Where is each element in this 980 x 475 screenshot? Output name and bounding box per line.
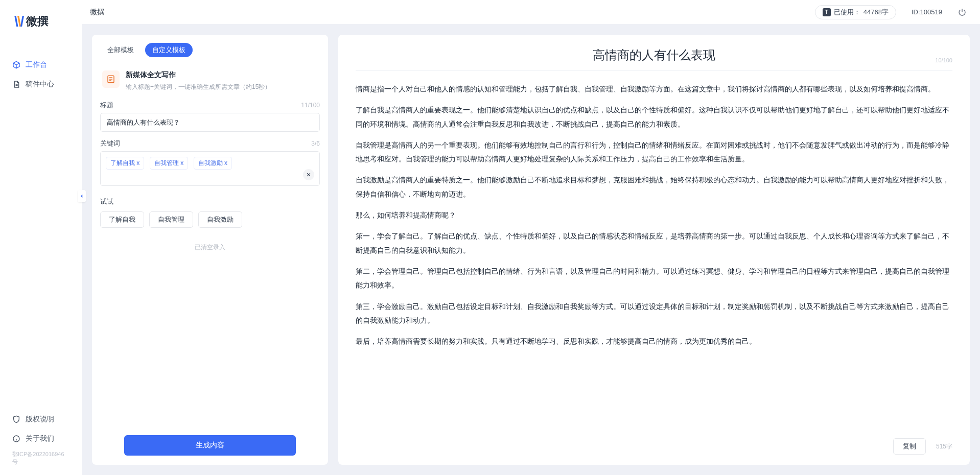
sidebar-item-copyright[interactable]: 版权说明 — [0, 410, 82, 429]
doc-paragraph: 那么，如何培养和提高情商呢？ — [356, 208, 952, 222]
sidebar-item-drafts[interactable]: 稿件中心 — [0, 75, 82, 94]
shield-icon — [12, 415, 20, 423]
suggest-button[interactable]: 自我激励 — [198, 211, 242, 228]
logo-mark-icon: \\/ — [14, 13, 23, 30]
keyword-field: 关键词 3/6 了解自我 x 自我管理 x 自我激励 x — [100, 139, 320, 186]
template-icon — [102, 70, 120, 88]
app-root: \\/ 微撰 工作台 稿件中心 版权说明 关于我们 鄂ICP备202201694… — [0, 0, 980, 475]
doc-paragraph: 自我管理是高情商人的另一个重要表现。他们能够有效地控制自己的言行和行为，控制自己… — [356, 138, 952, 167]
keyword-chip[interactable]: 自我管理 x — [150, 157, 188, 170]
panel-right: 高情商的人有什么表现 10/100 情商是指一个人对自己和他人的情感的认知和管理… — [338, 35, 970, 465]
cube-icon — [12, 61, 20, 69]
sidebar-item-label: 工作台 — [26, 60, 47, 69]
doc-title-count: 10/100 — [935, 57, 952, 63]
logo: \\/ 微撰 — [0, 13, 82, 55]
topbar: 微撰 T 已使用： 44768字 ID:100519 — [82, 0, 980, 25]
usage-pill[interactable]: T 已使用： 44768字 — [815, 5, 896, 19]
usage-prefix: 已使用： — [834, 8, 860, 17]
suggest-button[interactable]: 自我管理 — [149, 211, 193, 228]
sidebar-collapse-handle[interactable] — [78, 190, 86, 202]
doc-title: 高情商的人有什么表现 — [593, 47, 715, 63]
copy-button[interactable]: 复制 — [893, 438, 926, 455]
chevron-left-icon — [79, 194, 84, 199]
power-icon[interactable] — [958, 8, 967, 17]
clear-keywords-button[interactable] — [303, 169, 314, 180]
sidebar-item-about[interactable]: 关于我们 — [0, 429, 82, 448]
doc-paragraph: 最后，培养高情商需要长期的努力和实践。只有通过不断地学习、反思和实践，才能够提高… — [356, 335, 952, 348]
title-field: 标题 11/100 — [100, 101, 320, 132]
logo-text: 微撰 — [26, 14, 49, 29]
text-count-icon: T — [823, 8, 831, 16]
title-input[interactable] — [100, 113, 320, 132]
template-meta: 新媒体全文写作 输入标题+关键词，一键准确生成所需文章（约15秒） — [126, 70, 271, 91]
keyword-chip[interactable]: 了解自我 x — [106, 157, 144, 170]
doc-paragraph: 第三，学会激励自己。激励自己包括设定目标和计划、自我激励和自我奖励等方式。可以通… — [356, 300, 952, 328]
doc-paragraph: 自我激励是高情商人的重要特质之一。他们能够激励自己不断地追求目标和梦想，克服困难… — [356, 173, 952, 201]
topbar-right: T 已使用： 44768字 ID:100519 — [815, 5, 967, 19]
sidebar-item-label: 版权说明 — [26, 415, 54, 424]
tab-all-templates[interactable]: 全部模板 — [100, 43, 141, 57]
doc-icon — [12, 80, 20, 88]
info-icon — [12, 435, 20, 443]
keyword-label: 关键词 — [100, 139, 120, 148]
main: 微撰 T 已使用： 44768字 ID:100519 全部模板 自定义模板 — [82, 0, 980, 475]
sidebar-item-workbench[interactable]: 工作台 — [0, 55, 82, 75]
doc-footer: 复制 515字 — [356, 432, 952, 455]
keyword-count: 3/6 — [311, 140, 320, 147]
icp-text: 鄂ICP备2022016946号 — [0, 448, 82, 470]
close-icon — [306, 172, 311, 177]
account-id: ID:100519 — [912, 8, 942, 16]
doc-char-count: 515字 — [936, 442, 952, 451]
article-icon — [106, 75, 115, 84]
template-title: 新媒体全文写作 — [126, 70, 271, 80]
usage-value: 44768字 — [864, 8, 889, 17]
template-sub: 输入标题+关键词，一键准确生成所需文章（约15秒） — [126, 83, 271, 91]
doc-paragraph: 情商是指一个人对自己和他人的情感的认知和管理能力，包括了解自我、自我管理、自我激… — [356, 82, 952, 96]
clear-log-link[interactable]: 已清空录入 — [100, 243, 320, 252]
doc-title-row: 高情商的人有什么表现 10/100 — [356, 47, 952, 71]
tab-custom-template[interactable]: 自定义模板 — [145, 43, 193, 57]
sidebar: \\/ 微撰 工作台 稿件中心 版权说明 关于我们 鄂ICP备202201694… — [0, 0, 82, 475]
title-char-count: 11/100 — [301, 102, 320, 109]
generate-button[interactable]: 生成内容 — [124, 435, 295, 456]
doc-paragraph: 第二，学会管理自己。管理自己包括控制自己的情绪、行为和言语，以及管理自己的时间和… — [356, 265, 952, 293]
keyword-chip[interactable]: 自我激励 x — [194, 157, 232, 170]
template-card: 新媒体全文写作 输入标题+关键词，一键准确生成所需文章（约15秒） — [100, 68, 320, 101]
sidebar-item-label: 关于我们 — [26, 434, 54, 443]
doc-paragraph: 第一，学会了解自己。了解自己的优点、缺点、个性特质和偏好，以及自己的情感状态和情… — [356, 229, 952, 257]
keyword-chip-box[interactable]: 了解自我 x 自我管理 x 自我激励 x — [100, 151, 320, 186]
suggest-label: 试试 — [100, 197, 320, 206]
doc-paragraph: 了解自我是高情商人的重要表现之一。他们能够清楚地认识自己的优点和缺点，以及自己的… — [356, 103, 952, 131]
sidebar-bottom: 版权说明 关于我们 鄂ICP备2022016946号 — [0, 410, 82, 475]
breadcrumb: 微撰 — [90, 8, 104, 17]
content: 全部模板 自定义模板 新媒体全文写作 输入标题+关键词，一键准确生成所需文章（约… — [82, 25, 980, 475]
suggest-row: 了解自我 自我管理 自我激励 — [100, 211, 320, 228]
title-label: 标题 — [100, 101, 113, 110]
template-tabs: 全部模板 自定义模板 — [100, 43, 320, 57]
panel-left: 全部模板 自定义模板 新媒体全文写作 输入标题+关键词，一键准确生成所需文章（约… — [92, 35, 328, 465]
suggest-button[interactable]: 了解自我 — [100, 211, 144, 228]
doc-body[interactable]: 情商是指一个人对自己和他人的情感的认知和管理能力，包括了解自我、自我管理、自我激… — [356, 82, 952, 432]
sidebar-item-label: 稿件中心 — [26, 80, 54, 89]
